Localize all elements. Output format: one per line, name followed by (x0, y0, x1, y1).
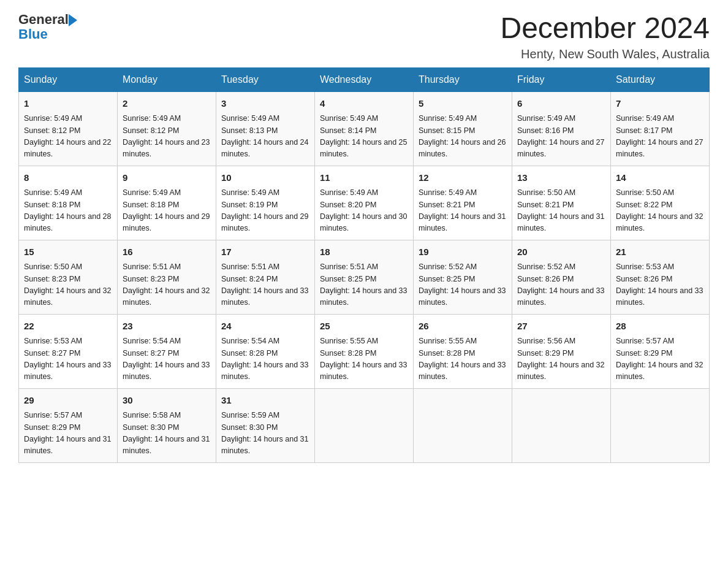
day-info: Sunrise: 5:57 AMSunset: 8:29 PMDaylight:… (24, 410, 112, 458)
day-number: 3 (221, 97, 309, 111)
calendar-week-row: 15Sunrise: 5:50 AMSunset: 8:23 PMDayligh… (19, 240, 710, 314)
calendar-cell: 16Sunrise: 5:51 AMSunset: 8:23 PMDayligh… (118, 240, 216, 314)
logo-general: General (18, 12, 69, 27)
day-info: Sunrise: 5:52 AMSunset: 8:26 PMDaylight:… (517, 261, 605, 309)
day-number: 26 (419, 320, 507, 334)
day-info: Sunrise: 5:49 AMSunset: 8:13 PMDaylight:… (221, 113, 309, 161)
calendar-cell: 27Sunrise: 5:56 AMSunset: 8:29 PMDayligh… (512, 314, 611, 388)
day-number: 2 (123, 97, 211, 111)
page-header: General Blue December 2024 Henty, New So… (18, 12, 710, 61)
day-number: 20 (517, 245, 605, 259)
header-tuesday: Tuesday (216, 67, 315, 91)
calendar-cell (611, 388, 710, 462)
header-saturday: Saturday (611, 67, 710, 91)
calendar-cell: 24Sunrise: 5:54 AMSunset: 8:28 PMDayligh… (216, 314, 315, 388)
month-title: December 2024 (500, 12, 710, 45)
day-number: 8 (24, 171, 112, 185)
day-number: 31 (221, 394, 309, 408)
day-number: 28 (616, 320, 704, 334)
day-info: Sunrise: 5:51 AMSunset: 8:24 PMDaylight:… (221, 261, 309, 309)
calendar-cell: 22Sunrise: 5:53 AMSunset: 8:27 PMDayligh… (19, 314, 118, 388)
day-info: Sunrise: 5:49 AMSunset: 8:12 PMDaylight:… (24, 113, 112, 161)
day-number: 24 (221, 320, 309, 334)
day-info: Sunrise: 5:56 AMSunset: 8:29 PMDaylight:… (517, 335, 605, 383)
day-number: 6 (517, 97, 605, 111)
day-info: Sunrise: 5:49 AMSunset: 8:15 PMDaylight:… (419, 113, 507, 161)
calendar-cell: 31Sunrise: 5:59 AMSunset: 8:30 PMDayligh… (216, 388, 315, 462)
day-info: Sunrise: 5:49 AMSunset: 8:21 PMDaylight:… (419, 187, 507, 235)
calendar-cell: 4Sunrise: 5:49 AMSunset: 8:14 PMDaylight… (315, 91, 414, 166)
day-number: 19 (419, 245, 507, 259)
calendar-cell: 12Sunrise: 5:49 AMSunset: 8:21 PMDayligh… (414, 166, 512, 240)
calendar-table: SundayMondayTuesdayWednesdayThursdayFrid… (18, 67, 710, 463)
logo-arrow-icon (69, 14, 77, 26)
day-info: Sunrise: 5:54 AMSunset: 8:27 PMDaylight:… (123, 335, 211, 383)
header-monday: Monday (118, 67, 216, 91)
day-number: 11 (320, 171, 408, 185)
day-info: Sunrise: 5:49 AMSunset: 8:17 PMDaylight:… (616, 113, 704, 161)
logo-blue: Blue (18, 27, 77, 42)
day-info: Sunrise: 5:49 AMSunset: 8:18 PMDaylight:… (24, 187, 112, 235)
day-number: 1 (24, 97, 112, 111)
calendar-week-row: 1Sunrise: 5:49 AMSunset: 8:12 PMDaylight… (19, 91, 710, 166)
calendar-cell: 18Sunrise: 5:51 AMSunset: 8:25 PMDayligh… (315, 240, 414, 314)
day-info: Sunrise: 5:50 AMSunset: 8:21 PMDaylight:… (517, 187, 605, 235)
day-number: 22 (24, 320, 112, 334)
calendar-cell: 19Sunrise: 5:52 AMSunset: 8:25 PMDayligh… (414, 240, 512, 314)
calendar-cell: 11Sunrise: 5:49 AMSunset: 8:20 PMDayligh… (315, 166, 414, 240)
calendar-week-row: 8Sunrise: 5:49 AMSunset: 8:18 PMDaylight… (19, 166, 710, 240)
calendar-cell: 8Sunrise: 5:49 AMSunset: 8:18 PMDaylight… (19, 166, 118, 240)
location-title: Henty, New South Wales, Australia (500, 47, 710, 61)
day-number: 29 (24, 394, 112, 408)
day-info: Sunrise: 5:58 AMSunset: 8:30 PMDaylight:… (123, 410, 211, 458)
day-number: 21 (616, 245, 704, 259)
day-number: 23 (123, 320, 211, 334)
day-info: Sunrise: 5:57 AMSunset: 8:29 PMDaylight:… (616, 335, 704, 383)
day-info: Sunrise: 5:59 AMSunset: 8:30 PMDaylight:… (221, 410, 309, 458)
calendar-cell (315, 388, 414, 462)
header-wednesday: Wednesday (315, 67, 414, 91)
header-sunday: Sunday (19, 67, 118, 91)
day-info: Sunrise: 5:49 AMSunset: 8:18 PMDaylight:… (123, 187, 211, 235)
day-number: 17 (221, 245, 309, 259)
calendar-cell (512, 388, 611, 462)
calendar-cell: 17Sunrise: 5:51 AMSunset: 8:24 PMDayligh… (216, 240, 315, 314)
calendar-cell: 29Sunrise: 5:57 AMSunset: 8:29 PMDayligh… (19, 388, 118, 462)
day-info: Sunrise: 5:49 AMSunset: 8:14 PMDaylight:… (320, 113, 408, 161)
day-info: Sunrise: 5:50 AMSunset: 8:23 PMDaylight:… (24, 261, 112, 309)
calendar-cell (414, 388, 512, 462)
day-info: Sunrise: 5:55 AMSunset: 8:28 PMDaylight:… (320, 335, 408, 383)
day-number: 12 (419, 171, 507, 185)
calendar-cell: 14Sunrise: 5:50 AMSunset: 8:22 PMDayligh… (611, 166, 710, 240)
day-info: Sunrise: 5:53 AMSunset: 8:27 PMDaylight:… (24, 335, 112, 383)
day-number: 18 (320, 245, 408, 259)
day-info: Sunrise: 5:52 AMSunset: 8:25 PMDaylight:… (419, 261, 507, 309)
day-info: Sunrise: 5:51 AMSunset: 8:25 PMDaylight:… (320, 261, 408, 309)
day-info: Sunrise: 5:50 AMSunset: 8:22 PMDaylight:… (616, 187, 704, 235)
day-number: 14 (616, 171, 704, 185)
calendar-week-row: 22Sunrise: 5:53 AMSunset: 8:27 PMDayligh… (19, 314, 710, 388)
day-info: Sunrise: 5:51 AMSunset: 8:23 PMDaylight:… (123, 261, 211, 309)
calendar-cell: 2Sunrise: 5:49 AMSunset: 8:12 PMDaylight… (118, 91, 216, 166)
logo: General Blue (18, 12, 77, 42)
calendar-cell: 13Sunrise: 5:50 AMSunset: 8:21 PMDayligh… (512, 166, 611, 240)
calendar-cell: 28Sunrise: 5:57 AMSunset: 8:29 PMDayligh… (611, 314, 710, 388)
day-info: Sunrise: 5:53 AMSunset: 8:26 PMDaylight:… (616, 261, 704, 309)
day-number: 5 (419, 97, 507, 111)
header-friday: Friday (512, 67, 611, 91)
day-number: 27 (517, 320, 605, 334)
title-block: December 2024 Henty, New South Wales, Au… (500, 12, 710, 61)
day-number: 7 (616, 97, 704, 111)
day-info: Sunrise: 5:49 AMSunset: 8:16 PMDaylight:… (517, 113, 605, 161)
calendar-cell: 6Sunrise: 5:49 AMSunset: 8:16 PMDaylight… (512, 91, 611, 166)
day-number: 25 (320, 320, 408, 334)
day-number: 30 (123, 394, 211, 408)
calendar-cell: 1Sunrise: 5:49 AMSunset: 8:12 PMDaylight… (19, 91, 118, 166)
calendar-cell: 30Sunrise: 5:58 AMSunset: 8:30 PMDayligh… (118, 388, 216, 462)
day-info: Sunrise: 5:49 AMSunset: 8:20 PMDaylight:… (320, 187, 408, 235)
day-info: Sunrise: 5:49 AMSunset: 8:12 PMDaylight:… (123, 113, 211, 161)
calendar-cell: 26Sunrise: 5:55 AMSunset: 8:28 PMDayligh… (414, 314, 512, 388)
day-number: 9 (123, 171, 211, 185)
calendar-cell: 23Sunrise: 5:54 AMSunset: 8:27 PMDayligh… (118, 314, 216, 388)
calendar-cell: 21Sunrise: 5:53 AMSunset: 8:26 PMDayligh… (611, 240, 710, 314)
